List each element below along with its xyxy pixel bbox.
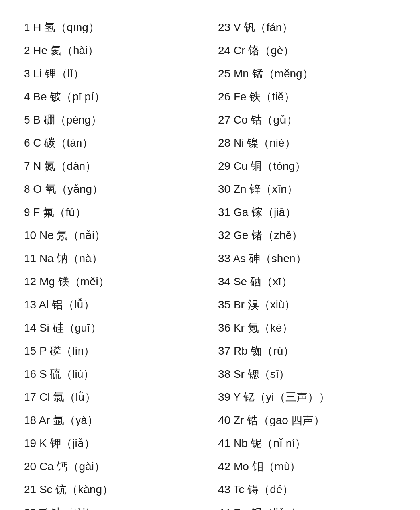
element-item: 13 Al 铝（lǚ） (24, 293, 202, 316)
element-item: 28 Ni 镍（niè） (218, 131, 396, 155)
element-item: 19 K 钾（jiǎ） (24, 432, 202, 455)
element-item: 16 S 硫（liú） (24, 363, 202, 386)
element-item: 18 Ar 氩（yà） (24, 409, 202, 432)
element-item: 24 Cr 铬（gè） (218, 39, 396, 62)
element-item: 14 Si 硅（guī） (24, 316, 202, 339)
element-item: 39 Y 钇（yi（三声）） (218, 386, 396, 409)
element-item: 37 Rb 铷（rú） (218, 339, 396, 363)
element-item: 4 Be 铍（pī pí） (24, 85, 202, 108)
element-item: 6 C 碳（tàn） (24, 131, 202, 155)
element-item: 34 Se 硒（xī） (218, 270, 396, 293)
element-item: 23 V 钒（fán） (218, 16, 396, 39)
element-item: 38 Sr 锶（sī） (218, 363, 396, 386)
element-item: 7 N 氮（dàn） (24, 155, 202, 178)
element-item: 26 Fe 铁（tiě） (218, 85, 396, 108)
element-item: 9 F 氟（fú） (24, 201, 202, 224)
element-item: 1 H 氢（qīng） (24, 16, 202, 39)
element-item: 25 Mn 锰（měng） (218, 62, 396, 85)
element-item: 41 Nb 铌（nǐ ní） (218, 432, 396, 455)
element-item: 8 O 氧（yǎng） (24, 178, 202, 201)
element-item: 36 Kr 氪（kè） (218, 316, 396, 339)
element-item: 12 Mg 镁（měi） (24, 270, 202, 293)
element-item: 3 Li 锂（lǐ） (24, 62, 202, 85)
element-item: 43 Tc 锝（dé） (218, 478, 396, 501)
element-item: 27 Co 钴（gǔ） (218, 108, 396, 131)
element-item: 2 He 氦（hài） (24, 39, 202, 62)
elements-grid: 1 H 氢（qīng）23 V 钒（fán）2 He 氦（hài）24 Cr 铬… (24, 16, 396, 510)
element-item: 10 Ne 氖（nǎi） (24, 224, 202, 247)
element-item: 15 P 磷（lín） (24, 339, 202, 363)
element-item: 35 Br 溴（xiù） (218, 293, 396, 316)
element-item: 22 Ti 钛（tài） (24, 501, 202, 510)
element-item: 21 Sc 钪（kàng） (24, 478, 202, 501)
element-item: 30 Zn 锌（xīn） (218, 178, 396, 201)
element-item: 33 As 砷（shēn） (218, 247, 396, 270)
element-item: 11 Na 钠（nà） (24, 247, 202, 270)
element-item: 5 B 硼（péng） (24, 108, 202, 131)
element-item: 42 Mo 钼（mù） (218, 455, 396, 478)
element-item: 17 Cl 氯（lǜ） (24, 386, 202, 409)
element-item: 31 Ga 镓（jiā） (218, 201, 396, 224)
element-item: 44 Ru 钌（liǎo） (218, 501, 396, 510)
element-item: 32 Ge 锗（zhě） (218, 224, 396, 247)
element-item: 29 Cu 铜（tóng） (218, 155, 396, 178)
element-item: 40 Zr 锆（gao 四声） (218, 409, 396, 432)
element-item: 20 Ca 钙（gài） (24, 455, 202, 478)
